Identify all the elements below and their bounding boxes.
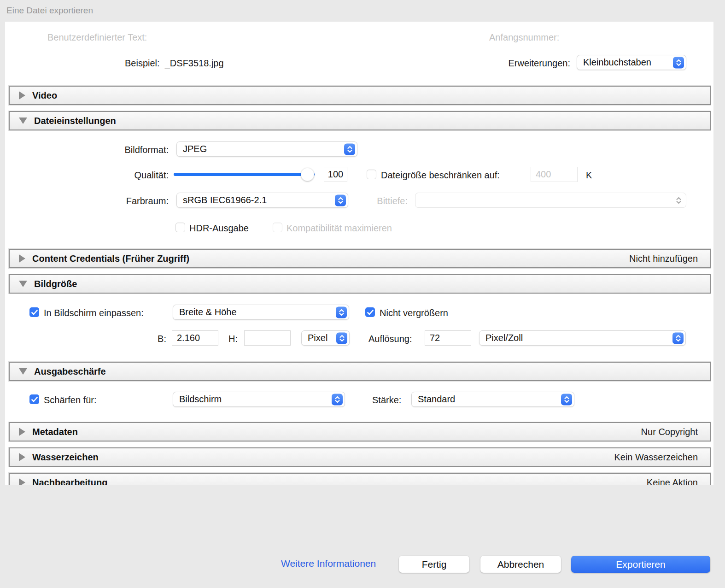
- section-video[interactable]: Video: [9, 86, 711, 105]
- cancel-button[interactable]: Abbrechen: [480, 556, 561, 573]
- disclosure-down-icon: [19, 368, 27, 375]
- image-format-select[interactable]: JPEG: [176, 141, 357, 157]
- section-output-sharpening[interactable]: Ausgabeschärfe: [9, 362, 711, 381]
- sharpen-checkbox[interactable]: [29, 394, 39, 404]
- fit-screen-label: In Bildschirm einpassen:: [44, 308, 144, 318]
- section-output-sharpening-title: Ausgabeschärfe: [34, 366, 106, 377]
- image-format-select-value: JPEG: [183, 144, 207, 154]
- section-watermark[interactable]: Wasserzeichen Kein Wasserzeichen: [9, 447, 711, 467]
- extensions-label: Erweiterungen:: [508, 58, 570, 69]
- size-unit-select[interactable]: Pixel: [301, 330, 350, 346]
- no-enlarge-checkbox[interactable]: [365, 307, 375, 317]
- chevron-updown-icon: [336, 332, 347, 344]
- maximize-compat-label: Kompatibilität maximieren: [286, 223, 392, 234]
- chevron-updown-icon: [336, 306, 347, 318]
- section-watermark-status: Kein Wasserzeichen: [614, 452, 698, 463]
- no-enlarge-label: Nicht vergrößern: [380, 308, 448, 318]
- sharpen-amount-label: Stärke:: [372, 395, 401, 406]
- maximize-compat-checkbox: [273, 223, 282, 232]
- quality-label: Qualität:: [134, 170, 169, 181]
- width-input[interactable]: [172, 330, 218, 346]
- footer-area: Weitere Informationen Fertig Abbrechen E…: [0, 485, 725, 588]
- resolution-label: Auflösung:: [368, 334, 412, 344]
- limit-size-unit-label: K: [586, 170, 592, 181]
- disclosure-right-icon: [19, 453, 25, 461]
- bit-depth-select: [415, 193, 686, 208]
- chevron-updown-icon: [561, 394, 572, 405]
- chevron-updown-icon: [332, 394, 343, 405]
- export-dialog: Eine Datei exportieren Benutzerdefiniert…: [0, 0, 725, 588]
- chevron-updown-icon: [673, 57, 684, 68]
- disclosure-right-icon: [19, 254, 25, 263]
- color-space-select-value: sRGB IEC61966-2.1: [183, 195, 267, 206]
- section-content-credentials-status: Nicht hinzufügen: [629, 253, 698, 264]
- hdr-output-checkbox[interactable]: [175, 223, 185, 232]
- window-title: Eine Datei exportieren: [6, 6, 93, 16]
- fit-dimension-select[interactable]: Breite & Höhe: [173, 305, 349, 320]
- slider-track[interactable]: [174, 173, 315, 176]
- resolution-input[interactable]: [425, 330, 471, 346]
- example-filename: _DSF3518.jpg: [165, 58, 224, 68]
- more-info-link[interactable]: Weitere Informationen: [281, 558, 376, 569]
- disclosure-down-icon: [19, 281, 27, 287]
- extensions-select-value: Kleinbuchstaben: [583, 57, 651, 68]
- slider-thumb[interactable]: [301, 168, 314, 181]
- section-metadata-status: Nur Copyright: [641, 427, 698, 437]
- section-watermark-title: Wasserzeichen: [32, 452, 99, 463]
- hdr-output-label: HDR-Ausgabe: [189, 223, 249, 234]
- quality-slider[interactable]: [174, 168, 315, 182]
- chevron-updown-icon: [672, 332, 684, 344]
- section-content-credentials[interactable]: Content Credentials (Früher Zugriff) Nic…: [9, 249, 711, 268]
- done-button[interactable]: Fertig: [399, 556, 469, 573]
- disclosure-down-icon: [19, 118, 27, 124]
- example-row: Beispiel: _DSF3518.jpg: [125, 58, 224, 69]
- example-label: Beispiel:: [125, 58, 160, 68]
- height-label: H:: [228, 334, 238, 344]
- resolution-unit-select[interactable]: Pixel/Zoll: [479, 330, 686, 346]
- chevron-updown-icon: [673, 194, 684, 206]
- extensions-select[interactable]: Kleinbuchstaben: [577, 55, 686, 70]
- color-space-select[interactable]: sRGB IEC61966-2.1: [176, 193, 348, 208]
- sharpen-for-label: Schärfen für:: [44, 395, 97, 406]
- fit-screen-checkbox[interactable]: [29, 307, 39, 317]
- color-space-label: Farbraum:: [126, 196, 169, 206]
- image-format-label: Bildformat:: [124, 145, 169, 155]
- chevron-updown-icon: [335, 194, 346, 206]
- section-video-title: Video: [32, 90, 57, 101]
- custom-text-label: Benutzerdefinierter Text:: [47, 32, 147, 43]
- start-number-label: Anfangsnummer:: [489, 32, 559, 43]
- size-unit-select-value: Pixel: [308, 333, 327, 343]
- section-file-settings[interactable]: Dateieinstellungen: [9, 111, 711, 130]
- limit-size-label: Dateigröße beschränken auf:: [381, 170, 500, 181]
- width-label: B:: [158, 334, 166, 344]
- limit-size-checkbox[interactable]: [367, 170, 376, 179]
- sharpen-target-select[interactable]: Bildschirm: [173, 392, 345, 407]
- disclosure-right-icon: [19, 428, 25, 436]
- bit-depth-label: Bittiefe:: [377, 196, 408, 206]
- export-button[interactable]: Exportieren: [571, 556, 710, 573]
- sharpen-amount-select[interactable]: Standard: [411, 392, 574, 407]
- limit-size-input: [531, 167, 578, 182]
- sharpen-amount-select-value: Standard: [418, 394, 455, 405]
- chevron-updown-icon: [344, 143, 355, 155]
- section-file-settings-title: Dateieinstellungen: [34, 116, 116, 126]
- height-input[interactable]: [244, 330, 291, 346]
- section-image-size[interactable]: Bildgröße: [9, 274, 711, 294]
- sharpen-target-select-value: Bildschirm: [179, 394, 222, 405]
- section-image-size-title: Bildgröße: [34, 279, 77, 289]
- disclosure-right-icon: [19, 91, 25, 100]
- section-metadata-title: Metadaten: [32, 427, 78, 437]
- fit-dimension-select-value: Breite & Höhe: [179, 307, 237, 318]
- quality-input[interactable]: [324, 167, 347, 182]
- section-metadata[interactable]: Metadaten Nur Copyright: [9, 422, 711, 441]
- resolution-unit-select-value: Pixel/Zoll: [485, 333, 523, 343]
- section-content-credentials-title: Content Credentials (Früher Zugriff): [32, 253, 189, 264]
